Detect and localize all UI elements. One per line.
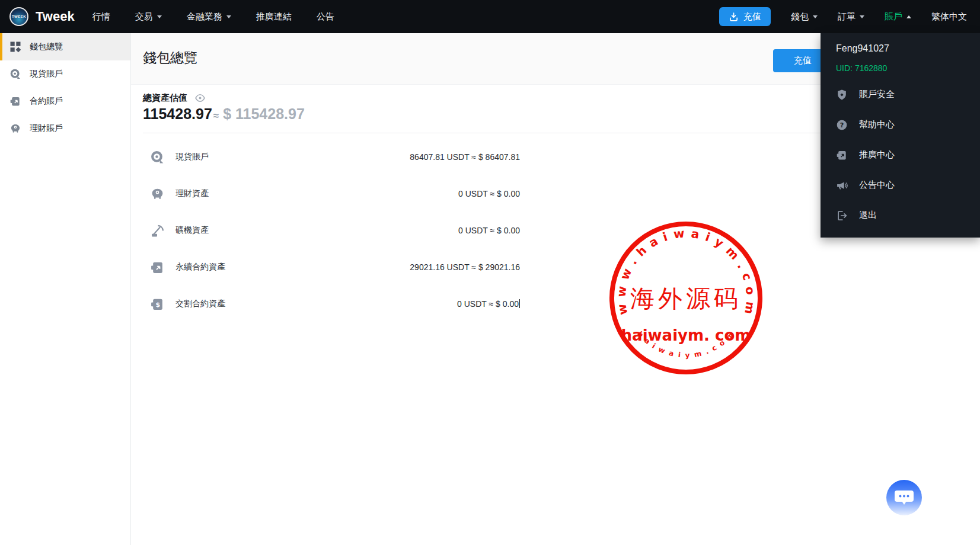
asset-row-label: 理財資產 bbox=[175, 188, 209, 199]
account-dropdown-menu: Feng941027 UID: 7162880 賬戶安全 ? 幫助中心 bbox=[821, 33, 980, 238]
dollar-card-icon: $ bbox=[150, 297, 165, 312]
svg-text:$: $ bbox=[155, 301, 160, 309]
chevron-up-icon bbox=[906, 15, 911, 18]
asset-rows: 現貨賬戶 86407.81 USDT ≈ $ 86407.81 理財資產 0 U… bbox=[143, 139, 520, 322]
nav-item-referral[interactable]: 推廣連結 bbox=[256, 11, 292, 23]
top-nav: TWEEK Tweek 行情 交易 金融業務 推廣連結 公告 充值 錢包 訂單 … bbox=[0, 0, 980, 33]
asset-row-label: 現貨賬戶 bbox=[175, 152, 209, 162]
chevron-down-icon bbox=[157, 15, 162, 18]
logout-icon bbox=[836, 210, 848, 222]
mining-pickaxe-icon bbox=[150, 223, 165, 238]
spot-coin-icon bbox=[150, 150, 165, 165]
asset-row-value: 86407.81 USDT ≈ $ 86407.81 bbox=[410, 152, 520, 162]
nav-item-markets[interactable]: 行情 bbox=[92, 11, 110, 23]
asset-row-value: 0 USDT ≈ $ 0.00 bbox=[457, 299, 519, 309]
asset-row-value: 29021.16 USDT ≈ $ 29021.16 bbox=[410, 262, 520, 272]
nav-right: 充值 錢包 訂單 賬戶 繁体中文 bbox=[719, 7, 967, 26]
chat-support-button[interactable] bbox=[886, 480, 922, 515]
download-icon bbox=[729, 12, 739, 22]
brand-logo-icon[interactable]: TWEEK bbox=[9, 7, 28, 26]
asset-row-value: 0 USDT ≈ $ 0.00 bbox=[458, 189, 520, 198]
menu-item-logout[interactable]: 退出 bbox=[836, 200, 980, 230]
megaphone-icon bbox=[836, 179, 848, 191]
nav-item-finance[interactable]: 金融業務 bbox=[187, 11, 231, 23]
sidebar-item-spot-account[interactable]: 現貨賬戶 bbox=[0, 60, 130, 88]
total-assets-label: 總資產估值 bbox=[143, 92, 187, 104]
chevron-down-icon bbox=[860, 15, 864, 18]
asset-row-finance[interactable]: 理財資產 0 USDT ≈ $ 0.00 bbox=[143, 175, 520, 212]
asset-row-value: 0 USDT ≈ $ 0.00 bbox=[458, 226, 520, 235]
piggy-bank-icon bbox=[150, 187, 165, 201]
nav-item-wallet[interactable]: 錢包 bbox=[791, 11, 818, 23]
nav-item-announcements[interactable]: 公告 bbox=[317, 11, 334, 23]
menu-item-announcement-center[interactable]: 公告中心 bbox=[836, 170, 980, 200]
asset-row-spot[interactable]: 現貨賬戶 86407.81 USDT ≈ $ 86407.81 bbox=[143, 139, 520, 175]
text-cursor bbox=[519, 299, 520, 308]
nav-item-orders[interactable]: 訂單 bbox=[838, 11, 864, 23]
menu-item-help-center[interactable]: ? 幫助中心 bbox=[836, 110, 980, 140]
sidebar-item-finance-account[interactable]: 理財賬戶 bbox=[0, 115, 130, 142]
page-title: 錢包總覽 bbox=[143, 49, 197, 67]
svg-text:?: ? bbox=[840, 121, 844, 129]
chevron-down-icon bbox=[226, 15, 231, 18]
referral-card-icon bbox=[836, 149, 848, 161]
asset-row-label: 礦機資產 bbox=[175, 225, 209, 236]
menu-item-account-security[interactable]: 賬戶安全 bbox=[836, 79, 980, 110]
asset-row-label: 永續合約資產 bbox=[175, 262, 225, 272]
spot-coin-icon bbox=[9, 68, 21, 80]
nav-item-account[interactable]: 賬戶 bbox=[885, 11, 911, 23]
nav-item-trade[interactable]: 交易 bbox=[135, 11, 162, 23]
deposit-button-nav[interactable]: 充值 bbox=[719, 7, 771, 26]
shield-icon bbox=[836, 89, 848, 101]
sidebar-item-contract-account[interactable]: 合約賬戶 bbox=[0, 88, 130, 115]
asset-row-label: 交割合約資產 bbox=[175, 299, 225, 309]
piggy-bank-icon bbox=[9, 123, 21, 134]
asset-row-miner[interactable]: 礦機資產 0 USDT ≈ $ 0.00 bbox=[143, 212, 520, 249]
chat-bubble-icon bbox=[894, 489, 914, 506]
contract-card-icon bbox=[150, 260, 165, 275]
asset-row-delivery[interactable]: $ 交割合約資產 0 USDT ≈ $ 0.00 bbox=[143, 286, 520, 322]
asset-row-perpetual[interactable]: 永續合約資產 29021.16 USDT ≈ $ 29021.16 bbox=[143, 249, 520, 286]
account-username: Feng941027 bbox=[836, 43, 980, 54]
total-assets-value: 115428.97 bbox=[143, 105, 212, 123]
sidebar: 錢包總覽 現貨賬戶 合約賬戶 理財賬戶 bbox=[0, 33, 131, 545]
main-menu: 行情 交易 金融業務 推廣連結 公告 bbox=[92, 11, 334, 23]
brand-name: Tweek bbox=[36, 9, 75, 24]
eye-icon[interactable] bbox=[194, 92, 206, 104]
approx-symbol: ≈ bbox=[213, 110, 219, 122]
language-selector[interactable]: 繁体中文 bbox=[931, 11, 967, 23]
question-circle-icon: ? bbox=[836, 119, 848, 131]
chevron-down-icon bbox=[813, 15, 818, 18]
account-uid: UID: 7162880 bbox=[836, 63, 980, 73]
sidebar-item-wallet-overview[interactable]: 錢包總覽 bbox=[0, 33, 130, 60]
total-assets-usd: $ 115428.97 bbox=[223, 105, 305, 123]
contract-card-icon bbox=[9, 95, 21, 107]
grid-dashboard-icon bbox=[9, 41, 21, 53]
menu-item-referral-center[interactable]: 推廣中心 bbox=[836, 140, 980, 170]
